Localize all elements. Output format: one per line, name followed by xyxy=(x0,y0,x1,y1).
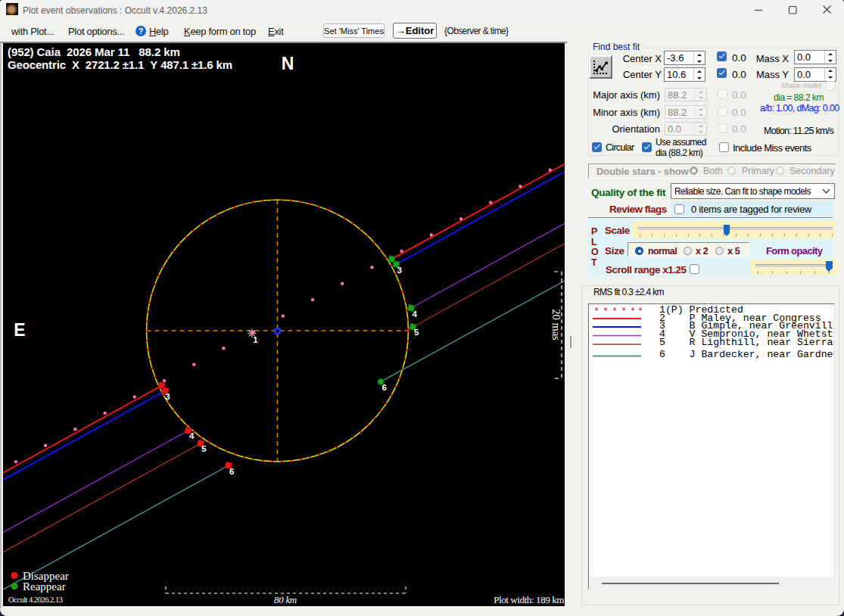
svg-text:E: E xyxy=(14,320,25,340)
svg-text:Occult 4.2026.2.13: Occult 4.2026.2.13 xyxy=(8,596,63,604)
svg-text:5: 5 xyxy=(414,328,419,337)
svg-text:4: 4 xyxy=(189,431,195,440)
svg-text:6: 6 xyxy=(382,383,387,392)
svg-text:Reappear: Reappear xyxy=(23,580,66,593)
svg-text:20 mas: 20 mas xyxy=(550,309,562,341)
svg-text:N: N xyxy=(282,54,294,73)
svg-text:3: 3 xyxy=(165,392,170,401)
svg-text:80 km: 80 km xyxy=(274,594,297,605)
svg-text:Plot width: 189 km: Plot width: 189 km xyxy=(494,594,564,605)
svg-text:6: 6 xyxy=(229,467,234,476)
svg-text:(952) Caia 2026 Mar 11 88.2: (952) Caia 2026 Mar 11 88.2 km xyxy=(8,45,180,58)
svg-text:1: 1 xyxy=(253,335,258,344)
svg-text:Geocentric X 2721.2 ±1.1 Y: Geocentric X 2721.2 ±1.1 Y 487.1 ±1.6 km xyxy=(8,58,232,71)
svg-text:3: 3 xyxy=(397,266,402,275)
svg-text:4: 4 xyxy=(412,310,417,319)
svg-text:5: 5 xyxy=(201,444,207,453)
